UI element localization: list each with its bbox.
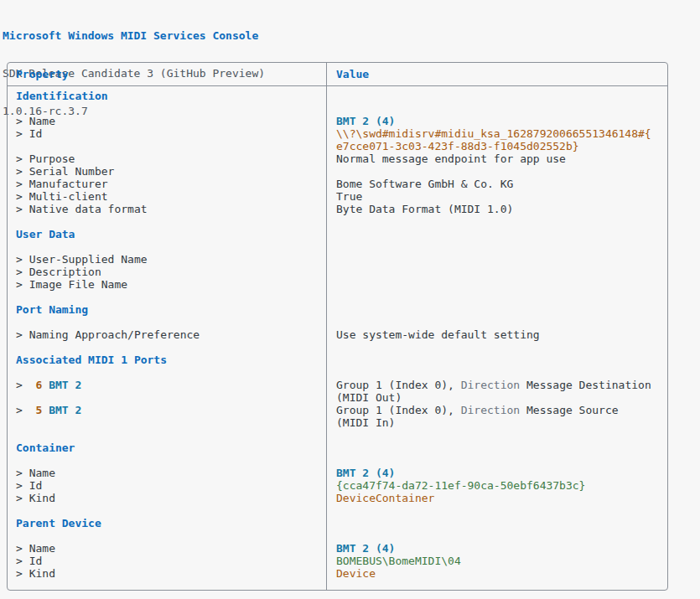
property-cell: > Multi-client [8, 190, 326, 203]
property-text: Image File Name [29, 278, 127, 291]
value-text: Bome Software GmbH & Co. KG [336, 178, 513, 190]
table-row: > ManufacturerBome Software GmbH & Co. K… [8, 178, 667, 190]
table-row: > KindDeviceContainer [8, 492, 667, 504]
table-row [8, 291, 667, 303]
table-row: > 6 BMT 2Group 1 (Index 0), Direction Me… [8, 379, 667, 391]
table-row [8, 454, 667, 467]
property-cell: > Id [8, 479, 326, 492]
value-cell: BOMEBUS\BomeMIDI\04 [326, 555, 667, 567]
property-cell: Container [8, 442, 326, 454]
value-cell [326, 278, 667, 291]
value-cell: BMT 2 (4) [326, 542, 667, 555]
property-cell: > Description [8, 266, 326, 278]
value-cell [326, 240, 667, 253]
value-text: e7cce071-3c03-423f-88d3-f1045d02552b} [336, 140, 579, 152]
value-text: BMT 2 (4) [336, 542, 395, 555]
property-text: Name [29, 115, 55, 127]
property-cell: > User-Supplied Name [8, 253, 326, 266]
app-title: Microsoft Windows MIDI Services Console [3, 29, 265, 42]
table-row [8, 341, 667, 354]
property-cell [8, 416, 326, 429]
property-cell: > Id [8, 127, 326, 140]
table-row: > Id{cca47f74-da72-11ef-90ca-50ebf6437b3… [8, 479, 667, 492]
value-cell [326, 504, 667, 517]
value-cell: Group 1 (Index 0), Direction Message Des… [326, 379, 667, 391]
property-text: BMT 2 [49, 404, 81, 416]
table-header-row: Property Value [8, 63, 667, 86]
table-row: > NameBMT 2 (4) [8, 115, 667, 127]
property-cell: > Naming Approach/Preference [8, 328, 326, 341]
table-row: > NameBMT 2 (4) [8, 542, 667, 555]
prompt-chevron: > [16, 567, 29, 580]
property-cell: > Purpose [8, 152, 326, 165]
prompt-chevron: > [16, 379, 29, 391]
table-row [8, 504, 667, 517]
value-cell [326, 253, 667, 266]
property-text: Name [29, 467, 55, 479]
property-cell: > Native data format [8, 203, 326, 215]
value-text: BMT 2 (4) [336, 467, 395, 479]
table-row: > Id\\?\swd#midisrv#midiu_ksa_1628792006… [8, 127, 667, 140]
prompt-chevron: > [16, 467, 29, 479]
section-title: User Data [16, 228, 75, 240]
value-cell [326, 303, 667, 316]
value-cell [326, 341, 667, 354]
value-cell [326, 165, 667, 178]
value-text: True [336, 190, 362, 203]
value-text: \\?\swd#midisrv#midiu_ksa_16287920066551… [336, 127, 651, 140]
prompt-chevron: > [16, 178, 29, 190]
property-text: Multi-client [29, 190, 108, 203]
value-text: BOMEBUS\BomeMIDI\04 [336, 555, 461, 567]
property-text: Kind [29, 492, 55, 504]
value-text: Byte Data Format (MIDI 1.0) [336, 203, 513, 215]
table-row: Container [8, 442, 667, 454]
table-row: > KindDevice [8, 567, 667, 580]
value-cell [326, 366, 667, 379]
property-cell: > Name [8, 115, 326, 127]
value-cell [326, 454, 667, 467]
table-row [8, 429, 667, 442]
value-text: Message Source [520, 404, 618, 416]
table-row [8, 316, 667, 328]
value-text: Direction [461, 404, 520, 416]
prompt-chevron: > [16, 203, 29, 215]
prompt-chevron: > [16, 542, 29, 555]
property-text: 6 [29, 379, 49, 391]
property-text: Description [29, 266, 101, 278]
property-cell [8, 391, 326, 404]
table-row: > Multi-clientTrue [8, 190, 667, 203]
table-row: (MIDI Out) [8, 391, 667, 404]
table-row [8, 102, 667, 115]
prompt-chevron: > [16, 127, 29, 140]
property-text: Id [29, 479, 43, 492]
property-text: 5 [29, 404, 49, 416]
property-cell: Port Naming [8, 303, 326, 316]
value-cell: BMT 2 (4) [326, 467, 667, 479]
column-divider [326, 63, 327, 590]
value-text: Group 1 (Index 0), [336, 379, 461, 391]
value-cell: Bome Software GmbH & Co. KG [326, 178, 667, 190]
value-cell: Device [326, 567, 667, 580]
value-text: DeviceContainer [336, 492, 434, 504]
property-cell: > Image File Name [8, 278, 326, 291]
property-text: Purpose [29, 152, 75, 165]
value-cell [326, 102, 667, 115]
value-cell [326, 291, 667, 303]
property-cell: Associated MIDI 1 Ports [8, 354, 326, 366]
properties-table: Property Value Identification > NameBMT … [7, 62, 668, 591]
prompt-chevron: > [16, 555, 29, 567]
property-cell: User Data [8, 228, 326, 240]
table-row: > User-Supplied Name [8, 253, 667, 266]
table-row: (MIDI In) [8, 416, 667, 429]
value-cell [326, 354, 667, 366]
section-title: Port Naming [16, 303, 88, 316]
value-cell: DeviceContainer [326, 492, 667, 504]
table-row [8, 215, 667, 228]
table-row: User Data [8, 228, 667, 240]
property-cell: > Manufacturer [8, 178, 326, 190]
table-row: > Image File Name [8, 278, 667, 291]
property-cell [8, 291, 326, 303]
table-row: > IdBOMEBUS\BomeMIDI\04 [8, 555, 667, 567]
value-cell [326, 266, 667, 278]
table-row: > Naming Approach/PreferenceUse system-w… [8, 328, 667, 341]
